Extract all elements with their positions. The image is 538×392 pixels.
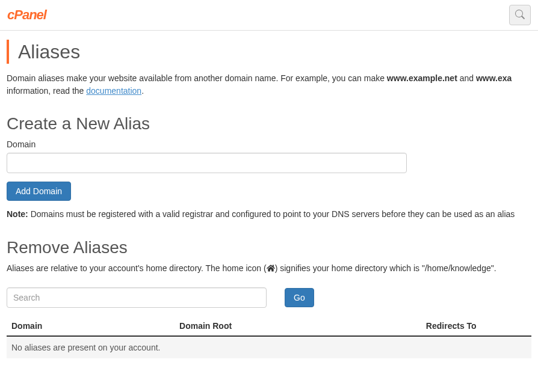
example-domain-1: www.example.net (387, 73, 457, 83)
add-domain-button[interactable]: Add Domain (7, 182, 71, 201)
title-accent-bar (7, 40, 9, 64)
home-icon (267, 263, 275, 273)
search-icon (515, 10, 525, 21)
page-title: Aliases (18, 41, 80, 63)
cpanel-logo: cPanel (7, 7, 46, 23)
col-redirects-to: Redirects To (421, 316, 531, 336)
domain-input[interactable] (7, 153, 407, 173)
remove-aliases-heading: Remove Aliases (7, 238, 531, 257)
header-search-button[interactable] (509, 5, 531, 25)
domain-label: Domain (7, 139, 531, 149)
page-title-wrap: Aliases (7, 40, 531, 64)
alias-search-input[interactable] (7, 287, 267, 308)
col-domain: Domain (7, 316, 175, 336)
empty-message: No aliases are present on your account. (7, 336, 531, 358)
remove-description: Aliases are relative to your account's h… (7, 263, 531, 273)
note-paragraph: Note: Domains must be registered with a … (7, 209, 531, 219)
header-bar: cPanel (0, 0, 538, 31)
remove-desc-before: Aliases are relative to your account's h… (7, 263, 267, 273)
col-domain-root: Domain Root (175, 316, 421, 336)
intro-text-2: information, read the (7, 86, 86, 96)
documentation-link[interactable]: documentation (86, 86, 141, 96)
go-button[interactable]: Go (285, 288, 314, 307)
intro-period: . (141, 86, 144, 96)
intro-paragraph: Domain aliases make your website availab… (7, 72, 531, 97)
alias-table: Domain Domain Root Redirects To No alias… (7, 316, 531, 358)
example-domain-2: www.exa (476, 73, 512, 83)
table-row-empty: No aliases are present on your account. (7, 336, 531, 358)
remove-desc-after: ) signifies your home directory which is… (275, 263, 496, 273)
intro-text-1: Domain aliases make your website availab… (7, 73, 387, 83)
main-content: Aliases Domain aliases make your website… (0, 31, 538, 370)
intro-mid-1: and (457, 73, 476, 83)
create-alias-heading: Create a New Alias (7, 114, 531, 133)
search-row: Go (7, 287, 531, 308)
note-label: Note: (7, 209, 28, 219)
note-body: Domains must be registered with a valid … (28, 209, 515, 219)
